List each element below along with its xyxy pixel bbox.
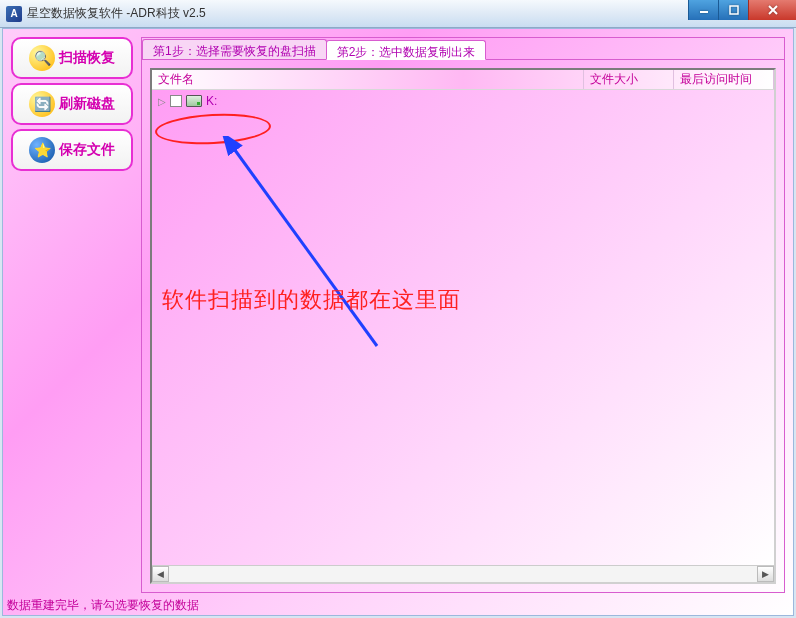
refresh-icon: 🔄 [29, 91, 55, 117]
tab-body: 文件名 文件大小 最后访问时间 ▷ K: [142, 60, 784, 592]
drive-label: K: [206, 94, 217, 108]
refresh-disk-button[interactable]: 🔄 刷新磁盘 [11, 83, 133, 125]
expand-arrow-icon[interactable]: ▷ [158, 96, 166, 107]
table-row[interactable]: ▷ K: [152, 90, 774, 112]
app-icon: A [6, 6, 22, 22]
col-filesize[interactable]: 文件大小 [584, 70, 674, 89]
svg-line-4 [232, 146, 377, 346]
drive-icon [186, 95, 202, 107]
client-area: 🔍 扫描恢复 🔄 刷新磁盘 ⭐ 保存文件 第1步：选择需要恢复的盘扫描 第2步：… [2, 28, 794, 616]
tab-strip: 第1步：选择需要恢复的盘扫描 第2步：选中数据复制出来 [142, 38, 784, 60]
window-controls [688, 0, 796, 20]
save-file-label: 保存文件 [59, 141, 115, 159]
minimize-button[interactable] [688, 0, 718, 20]
main-upper: 🔍 扫描恢复 🔄 刷新磁盘 ⭐ 保存文件 第1步：选择需要恢复的盘扫描 第2步：… [3, 29, 793, 595]
scan-recover-button[interactable]: 🔍 扫描恢复 [11, 37, 133, 79]
scroll-right-button[interactable]: ▶ [757, 566, 774, 582]
tab-step2[interactable]: 第2步：选中数据复制出来 [326, 40, 487, 60]
save-file-button[interactable]: ⭐ 保存文件 [11, 129, 133, 171]
scan-recover-label: 扫描恢复 [59, 49, 115, 67]
magnifier-icon: 🔍 [29, 45, 55, 71]
window-title: 星空数据恢复软件 -ADR科技 v2.5 [27, 5, 206, 22]
maximize-button[interactable] [718, 0, 748, 20]
file-list: 文件名 文件大小 最后访问时间 ▷ K: [150, 68, 776, 584]
status-bar: 数据重建完毕，请勾选要恢复的数据 [3, 595, 793, 615]
titlebar: A 星空数据恢复软件 -ADR科技 v2.5 [0, 0, 796, 28]
horizontal-scrollbar[interactable]: ◀ ▶ [152, 565, 774, 582]
scroll-left-button[interactable]: ◀ [152, 566, 169, 582]
annotation-arrow-icon [222, 136, 412, 356]
sidebar: 🔍 扫描恢复 🔄 刷新磁盘 ⭐ 保存文件 [11, 37, 133, 593]
save-icon: ⭐ [29, 137, 55, 163]
column-headers: 文件名 文件大小 最后访问时间 [152, 70, 774, 90]
annotation-text: 软件扫描到的数据都在这里面 [162, 285, 461, 315]
close-button[interactable] [748, 0, 796, 20]
list-body[interactable]: ▷ K: [152, 90, 774, 565]
col-accessed[interactable]: 最后访问时间 [674, 70, 774, 89]
right-panel: 第1步：选择需要恢复的盘扫描 第2步：选中数据复制出来 文件名 文件大小 最后访… [141, 37, 785, 593]
col-filename[interactable]: 文件名 [152, 70, 584, 89]
scroll-track[interactable] [169, 566, 757, 582]
svg-rect-1 [730, 6, 738, 14]
annotation-ellipse [154, 111, 271, 147]
refresh-disk-label: 刷新磁盘 [59, 95, 115, 113]
row-checkbox[interactable] [170, 95, 182, 107]
tab-step1[interactable]: 第1步：选择需要恢复的盘扫描 [142, 39, 327, 59]
